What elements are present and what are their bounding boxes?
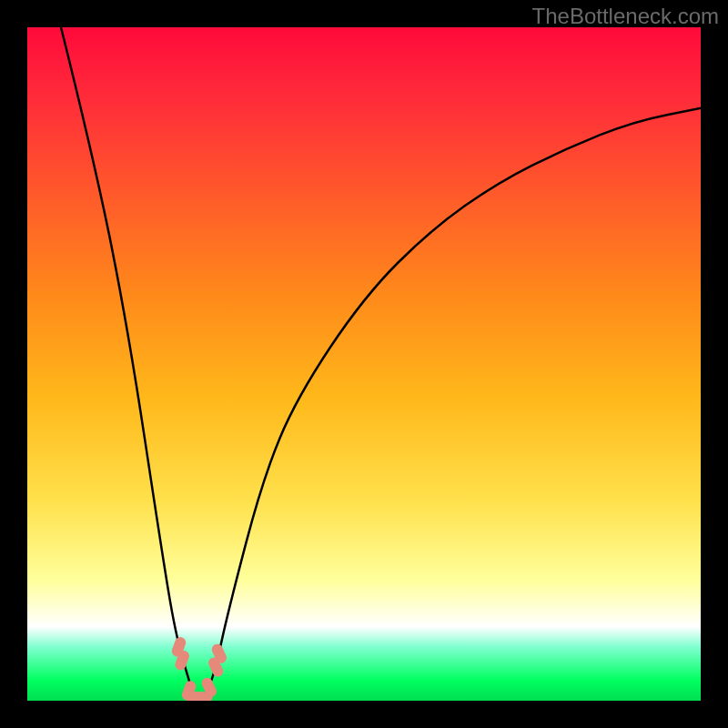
curve-path xyxy=(61,27,701,701)
curve-markers xyxy=(170,635,228,701)
chart-svg xyxy=(27,27,701,701)
watermark-text: TheBottleneck.com xyxy=(532,4,719,29)
bottleneck-curve xyxy=(61,27,701,701)
